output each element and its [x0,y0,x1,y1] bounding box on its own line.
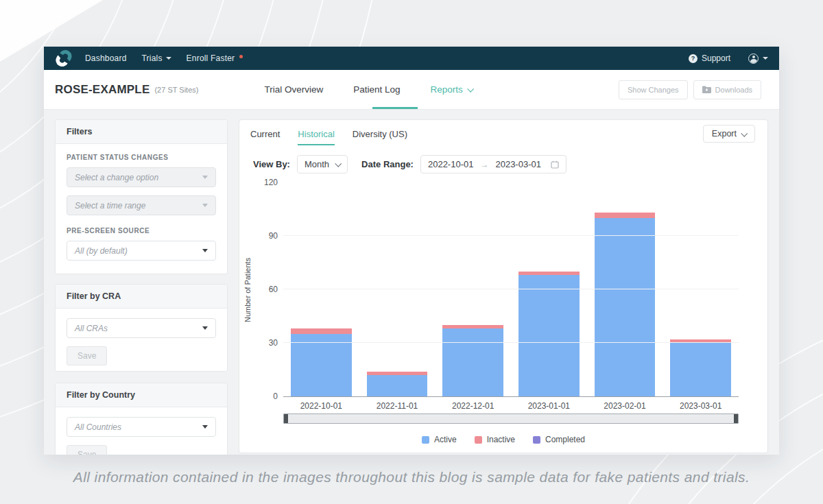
prescreen-source-caret-icon [202,249,208,252]
cra-select[interactable]: All CRAs [67,318,216,338]
time-range-placeholder: Select a time range [75,201,145,211]
y-axis-tick: 0 [253,392,278,401]
bar-segment-active [367,375,428,396]
report-tab-historical[interactable]: Historical [298,129,334,145]
bar-segment-inactive [595,213,656,218]
bar-segment-active [442,328,503,396]
date-range-picker[interactable]: 2022-10-01 → 2023-03-01 [420,155,566,173]
report-panel: Current Historical Diversity (US) Export… [239,119,768,453]
filter-by-cra-panel: Filter by CRA All CRAs Save [55,284,228,372]
tab-trial-overview-label: Trial Overview [264,84,323,95]
y-axis-tick: 120 [253,178,278,187]
bar-group [435,182,511,396]
date-end-value: 2023-03-01 [495,159,541,169]
user-avatar-icon [748,53,759,64]
x-axis-tick: 2023-02-01 [587,401,663,411]
country-save-button[interactable]: Save [67,445,107,455]
change-option-caret-icon [202,176,208,179]
view-by-label: View By: [253,159,290,169]
export-button[interactable]: Export [703,125,755,143]
legend-label: Active [434,435,457,444]
chart-horizontal-scrollbar[interactable] [283,413,739,424]
bar-group [359,182,436,396]
profile-caret-icon [763,57,768,60]
country-select[interactable]: All Countries [67,417,216,437]
nav-trials-label: Trials [142,53,163,63]
show-changes-button[interactable]: Show Changes [619,80,688,99]
nav-enroll-faster[interactable]: Enroll Faster [187,53,243,63]
tab-reports[interactable]: Reports [431,84,473,95]
legend-item-active[interactable]: Active [422,435,457,444]
downloads-label: Downloads [715,86,752,94]
country-select-value: All Countries [75,422,121,432]
trials-caret-icon [166,57,171,60]
calendar-icon [551,160,559,169]
prescreen-source-select[interactable]: All (by default) [67,241,216,261]
export-label: Export [712,129,737,139]
nav-support[interactable]: ? Support [689,53,730,63]
legend-item-completed[interactable]: Completed [533,435,585,444]
top-navbar: Dashboard Trials Enroll Faster ? Support [44,47,779,70]
patient-status-changes-label: PATIENT STATUS CHANGES [67,154,216,161]
app-window: Dashboard Trials Enroll Faster ? Support… [44,47,779,455]
trial-sites-count: (27 ST Sites) [154,86,198,94]
prescreen-source-label: PRE-SCREEN SOURCE [67,227,216,235]
y-axis-tick: 30 [253,338,278,348]
chart-legend: ActiveInactiveCompleted [239,435,767,444]
x-axis-tick: 2022-12-01 [435,401,511,411]
bar-segment-active [291,334,352,396]
bar-segment-active [595,218,656,396]
time-range-caret-icon [202,204,208,207]
gridline [283,235,739,236]
cra-select-value: All CRAs [75,324,108,333]
legend-item-inactive[interactable]: Inactive [475,435,515,444]
gridline [283,342,739,343]
gridline [283,289,739,289]
bar-segment-inactive [291,328,352,334]
cra-save-button[interactable]: Save [67,346,107,365]
view-by-chevron-icon [335,160,342,167]
nav-dashboard-label: Dashboard [85,53,127,63]
enroll-faster-notification-dot [239,55,243,58]
x-axis-tick: 2023-01-01 [511,401,587,411]
report-tab-current[interactable]: Current [250,129,280,145]
legend-swatch-icon [475,436,482,444]
content-area: Filters PATIENT STATUS CHANGES Select a … [44,110,779,455]
downloads-button[interactable]: Downloads [693,80,761,99]
report-tab-diversity[interactable]: Diversity (US) [353,129,407,145]
prescreen-source-value: All (by default) [75,246,128,256]
date-range-arrow-icon: → [480,160,488,169]
view-by-select[interactable]: Month [297,155,348,173]
blog-caption: All information contained in the images … [0,469,823,485]
plot-area: 0306090120 [283,182,739,397]
nav-support-label: Support [702,53,730,63]
view-by-value: Month [305,159,329,169]
y-axis-title: Number of Patients [243,182,253,397]
trial-tabs: Trial Overview Patient Log Reports [264,84,472,95]
x-axis-labels: 2022-10-012022-11-012022-12-012023-01-01… [283,401,739,411]
bar-group [663,182,739,396]
scrollbar-left-handle[interactable] [284,414,288,423]
nav-trials[interactable]: Trials [142,53,171,63]
tab-patient-log[interactable]: Patient Log [353,84,400,95]
country-select-caret-icon [202,425,208,429]
nav-enroll-faster-label: Enroll Faster [187,53,235,63]
nav-dashboard[interactable]: Dashboard [85,53,127,63]
y-axis-tick: 60 [253,285,278,294]
chart-controls: View By: Month Date Range: 2022-10-01 → … [253,155,566,173]
page-header: ROSE-EXAMPLE (27 ST Sites) Trial Overvie… [44,70,779,110]
bar-group [511,182,587,396]
tab-reports-label: Reports [431,84,463,95]
filter-by-country-panel: Filter by Country All Countries Save [55,383,228,455]
change-option-select[interactable]: Select a change option [67,167,216,187]
time-range-select[interactable]: Select a time range [67,195,216,215]
filter-by-country-title: Filter by Country [56,383,227,407]
filter-by-cra-title: Filter by CRA [56,285,227,309]
nav-profile-menu[interactable] [748,53,768,64]
scrollbar-right-handle[interactable] [734,414,738,423]
x-axis-tick: 2022-11-01 [359,401,436,411]
brand-logo-icon[interactable] [55,49,73,67]
tab-trial-overview[interactable]: Trial Overview [264,84,323,95]
legend-swatch-icon [533,436,540,444]
bar-segment-active [670,343,731,396]
